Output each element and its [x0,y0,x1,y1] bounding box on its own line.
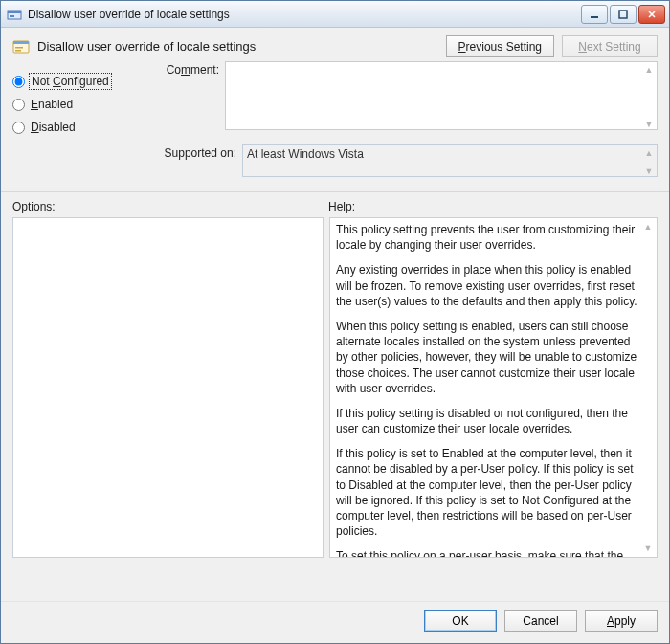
supported-on-display [242,144,658,177]
options-panel [12,217,324,558]
svg-rect-1 [8,11,21,13]
svg-rect-4 [619,11,627,18]
supported-label: Supported on: [156,144,242,160]
policy-icon [12,38,30,56]
heading-row: Disallow user override of locale setting… [12,35,658,57]
help-paragraph: If this policy is set to Enabled at the … [336,446,641,539]
svg-rect-2 [10,15,14,17]
comment-label: Comment: [156,61,225,77]
radio-enabled-input[interactable] [12,99,25,111]
state-radio-group: Not Configured Enabled Disabled [12,75,137,134]
help-label: Help: [328,200,355,213]
maximize-button[interactable] [610,5,636,24]
radio-enabled[interactable]: Enabled [12,98,137,111]
radio-not-configured-input[interactable] [12,76,25,88]
next-setting-button: Next Setting [562,35,658,57]
nav-buttons: Previous Setting Next Setting [446,35,658,57]
titlebar: Disallow user override of locale setting… [1,1,669,28]
main-area: This policy setting prevents the user fr… [1,217,669,601]
apply-button[interactable]: Apply [585,610,658,632]
help-paragraph: To set this policy on a per-user basis, … [336,548,641,558]
bottom-button-row: OK Cancel Apply [1,601,669,643]
help-scrollbar[interactable]: ▲▼ [641,220,655,555]
svg-rect-3 [591,16,598,18]
radio-disabled[interactable]: Disabled [12,121,137,134]
help-paragraph: Any existing overrides in place when thi… [336,262,641,309]
scroll-down-icon: ▼ [641,542,655,555]
radio-not-configured[interactable]: Not Configured [12,75,137,88]
help-paragraph: If this policy setting is disabled or no… [336,406,641,436]
top-panel: Disallow user override of locale setting… [1,28,669,192]
radio-disabled-label: Disabled [31,121,76,134]
comment-row: Comment: ▲▼ [156,61,658,133]
cancel-button[interactable]: Cancel [504,610,577,632]
close-button[interactable] [638,5,665,24]
radio-disabled-input[interactable] [12,122,25,134]
supported-row: Supported on: ▲▼ [156,144,658,180]
titlebar-title: Disallow user override of locale setting… [28,8,579,21]
ok-button[interactable]: OK [424,610,497,632]
options-label: Options: [12,200,328,213]
window-controls [579,5,665,24]
svg-rect-7 [15,47,23,49]
previous-setting-button[interactable]: Previous Setting [446,35,554,57]
dialog-window: Disallow user override of locale setting… [0,0,670,644]
radio-not-configured-label: Not Configured [31,75,110,88]
help-panel: This policy setting prevents the user fr… [329,217,658,558]
svg-rect-6 [13,41,29,44]
mid-labels: Options: Help: [1,192,669,217]
scroll-up-icon: ▲ [641,220,655,233]
svg-rect-8 [15,50,21,52]
heading-title: Disallow user override of locale setting… [37,39,256,54]
help-paragraph: This policy setting prevents the user fr… [336,222,641,253]
app-icon [7,7,22,22]
radio-enabled-label: Enabled [31,98,73,111]
minimize-button[interactable] [581,5,608,24]
comment-input[interactable] [225,61,658,130]
help-paragraph: When this policy setting is enabled, use… [336,319,641,396]
